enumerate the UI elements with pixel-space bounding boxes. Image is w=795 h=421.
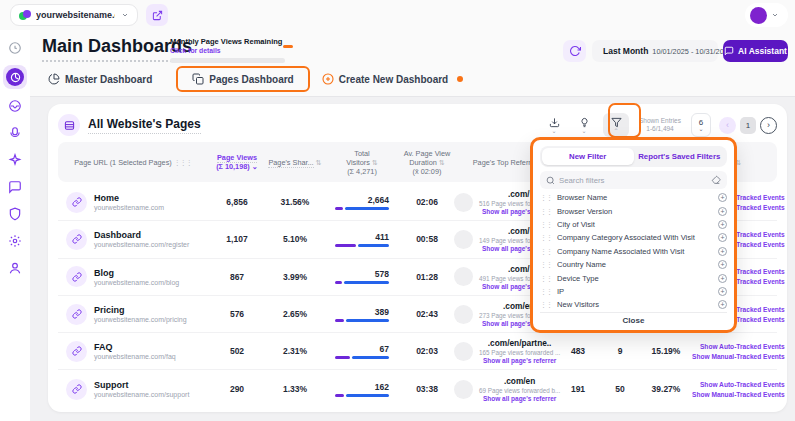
add-filter-icon[interactable]: +	[718, 274, 727, 283]
tab-saved-filters[interactable]: Report's Saved Filters	[634, 148, 726, 165]
col-page-url[interactable]: Page URL (1 Selected Pages) ⋮⋮⋮	[58, 158, 208, 167]
filter-list-item[interactable]: ⋮⋮ Company Name Associated With Visit +	[540, 245, 727, 258]
link-icon	[66, 304, 87, 325]
create-new-dashboard-button[interactable]: Create New Dashboard	[322, 73, 463, 85]
minimize-dash[interactable]	[283, 45, 293, 48]
sidebar-item-dashboards[interactable]	[3, 65, 27, 89]
page-share-value: 3.99%	[266, 272, 324, 282]
add-filter-icon[interactable]: +	[718, 247, 727, 256]
dashboard-icon	[10, 72, 21, 83]
sidebar-item-privacy[interactable]	[5, 204, 25, 224]
close-button[interactable]: Close	[540, 312, 727, 329]
refresh-button[interactable]	[563, 40, 586, 62]
page-name: Pricing	[94, 305, 187, 315]
date-range-selector[interactable]: Last Month 10/01/2025 - 10/31/2025	[592, 40, 718, 62]
filter-icon	[611, 117, 622, 128]
sidebar-item-inbox[interactable]	[5, 96, 25, 116]
filter-list-item[interactable]: ⋮⋮ Country Name +	[540, 258, 727, 271]
monthly-pageviews-label: Monthly Page Views Remaining	[170, 37, 290, 46]
page-cell: Dashboard yourwebsitename.com/register	[58, 229, 208, 250]
filter-item-label: Country Name	[557, 260, 713, 269]
referrer-cell: .com/en 69 Page views forwarded b... Sho…	[454, 376, 556, 402]
user-menu[interactable]	[745, 3, 788, 27]
referrer-favicon	[454, 342, 473, 361]
add-filter-icon[interactable]: +	[718, 193, 727, 202]
filter-item-label: City of Visit	[557, 220, 713, 229]
page-cell: Blog yourwebsitename.com/blog	[58, 266, 208, 287]
page-views-value: 1,107	[208, 234, 266, 244]
table-row[interactable]: FAQ yourwebsitename.com/faq 502 2.31% 67…	[58, 333, 777, 370]
gear-icon	[8, 234, 22, 248]
show-all-referrers-link[interactable]: Show all page's referrer	[483, 395, 556, 402]
voice-icon	[8, 126, 22, 140]
sidebar-item-feedback[interactable]	[5, 177, 25, 197]
eraser-icon[interactable]	[711, 175, 721, 185]
tab-master-dashboard[interactable]: Master Dashboard	[48, 73, 152, 85]
drag-handle-icon[interactable]: ⋮⋮	[540, 275, 552, 282]
add-filter-icon[interactable]: +	[718, 287, 727, 296]
filter-list-item[interactable]: ⋮⋮ Device Type +	[540, 271, 727, 284]
filter-button[interactable]: ⌃	[603, 113, 629, 137]
filter-list-item[interactable]: ⋮⋮ Browser Version +	[540, 204, 727, 217]
export-button[interactable]: ⌄	[543, 113, 565, 137]
filter-list-item[interactable]: ⋮⋮ IP +	[540, 285, 727, 298]
website-selector[interactable]: yourwebsitename.com	[10, 4, 138, 26]
show-manual-tracked-events-link[interactable]: Show Manual-Tracked Events	[692, 391, 785, 398]
visitors-cell: 411	[324, 232, 400, 247]
sidebar-item-recordings[interactable]	[5, 123, 25, 143]
add-filter-icon[interactable]: +	[718, 233, 727, 242]
drag-handle-icon[interactable]: ⋮⋮	[540, 194, 552, 201]
col-avg-duration[interactable]: Av. Page ViewDuration ⇅(x̄ 02:09)	[400, 149, 454, 176]
drag-handle-icon[interactable]: ⋮⋮	[540, 261, 552, 268]
tab-new-filter[interactable]: New Filter	[542, 148, 634, 165]
insights-button[interactable]: ⌄	[573, 113, 595, 137]
filter-item-label: Company Name Associated With Visit	[557, 247, 713, 256]
referrer-favicon	[454, 267, 473, 286]
show-manual-tracked-events-link[interactable]: Show Manual-Tracked Events	[692, 353, 785, 360]
history-icon[interactable]	[5, 38, 25, 58]
page-views-value: 502	[208, 346, 266, 356]
drag-handle-icon[interactable]: ⋮⋮	[540, 234, 552, 241]
chevron-down-icon	[121, 11, 129, 19]
filter-panel: New Filter Report's Saved Filters ⋮⋮ Bro…	[530, 137, 737, 333]
page-size-selector[interactable]: 6 ⌄	[691, 113, 711, 137]
drag-handle-icon[interactable]: ⋮⋮	[540, 248, 552, 255]
drag-handle-icon[interactable]: ⋮⋮	[540, 301, 552, 308]
filter-item-label: Company Category Associated With Visit	[557, 233, 713, 242]
share-button[interactable]	[146, 4, 168, 26]
show-auto-tracked-events-link[interactable]: Show Auto-Tracked Events	[700, 343, 785, 350]
visitors-value: 578	[375, 269, 389, 279]
drag-handle-icon[interactable]: ⋮⋮	[540, 208, 552, 215]
dashboard-tabs: Master Dashboard Pages Dashboard Create …	[48, 66, 463, 92]
filter-list-item[interactable]: ⋮⋮ New Visitors +	[540, 298, 727, 311]
filter-search-input[interactable]	[559, 176, 707, 185]
col-page-share[interactable]: Page's Shar... ⇅	[266, 158, 324, 167]
sidebar-item-account[interactable]	[5, 258, 25, 278]
show-auto-tracked-events-link[interactable]: Show Auto-Tracked Events	[700, 381, 785, 388]
add-filter-icon[interactable]: +	[718, 260, 727, 269]
drag-handle-icon[interactable]: ⋮⋮⋮	[174, 159, 192, 166]
filter-list-item[interactable]: ⋮⋮ Browser Name +	[540, 191, 727, 204]
table-row[interactable]: Support yourwebsitename.com/support 290 …	[58, 370, 777, 407]
add-filter-icon[interactable]: +	[718, 207, 727, 216]
card-header: All Website's Pages ⌄ ⌄ ⌃ Shown Entries …	[58, 110, 777, 140]
add-filter-icon[interactable]: +	[718, 220, 727, 229]
col-page-views[interactable]: Page Views(Σ 10,198) ⌄	[208, 153, 266, 171]
drag-handle-icon[interactable]: ⋮⋮	[540, 221, 552, 228]
sidebar-item-settings[interactable]	[5, 231, 25, 251]
filter-list-item[interactable]: ⋮⋮ City of Visit +	[540, 218, 727, 231]
next-page-button[interactable]: ›	[760, 117, 777, 134]
tab-pages-dashboard[interactable]: Pages Dashboard	[176, 66, 309, 92]
click-for-details-link[interactable]: Click for details	[170, 47, 290, 54]
show-all-referrers-link[interactable]: Show all page's referrer	[483, 357, 556, 364]
col-total-visitors[interactable]: TotalVisitors ⇅(Σ 4,271)	[324, 149, 400, 176]
add-filter-icon[interactable]: +	[718, 300, 727, 309]
sidebar-item-insights[interactable]	[5, 150, 25, 170]
duration-value: 02:03	[400, 346, 454, 356]
drag-handle-icon[interactable]: ⋮⋮	[540, 288, 552, 295]
prev-page-button[interactable]: ‹	[719, 117, 736, 134]
referrer-favicon	[454, 193, 473, 212]
ai-assistant-button[interactable]: AI Assistant	[723, 40, 788, 62]
shown-entries-value: 1-6/1,494	[637, 125, 683, 133]
filter-list-item[interactable]: ⋮⋮ Company Category Associated With Visi…	[540, 231, 727, 244]
